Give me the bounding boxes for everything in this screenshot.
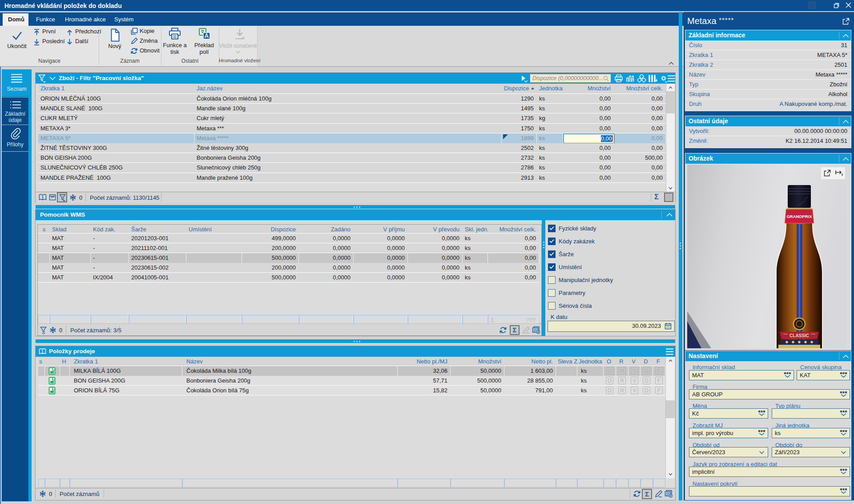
svg-text:CLASSIC: CLASSIC [790, 333, 809, 338]
svg-text:GRANDPRIX: GRANDPRIX [786, 214, 812, 219]
